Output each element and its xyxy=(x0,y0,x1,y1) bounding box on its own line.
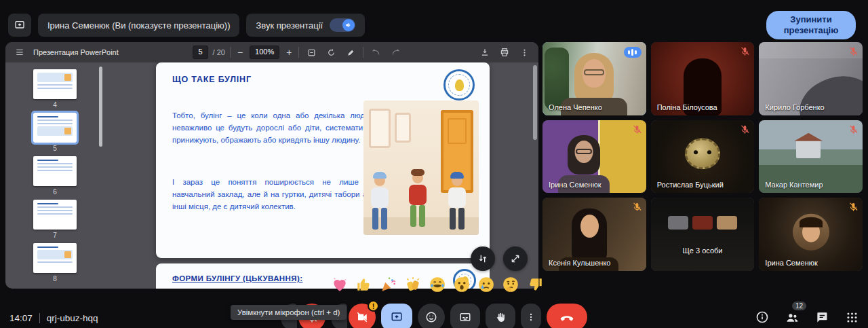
reaction-thumbs-down-icon[interactable] xyxy=(526,276,544,293)
print-icon[interactable] xyxy=(497,45,512,60)
meeting-details-icon[interactable] xyxy=(754,309,770,325)
mic-tooltip: Увімкнути мікрофон (ctrl + d) xyxy=(231,305,347,320)
participant-name: Ксенія Кульшенко xyxy=(549,259,610,267)
presentation-audio-toggle[interactable] xyxy=(330,18,355,32)
viewer-toolbar: Презентация PowerPoint 5 / 20 − 100% + xyxy=(5,42,538,62)
fullscreen-icon[interactable] xyxy=(503,247,528,271)
participant-tile[interactable]: Ростислав Буцький xyxy=(651,120,755,194)
reaction-party-popper-icon[interactable] xyxy=(380,276,397,293)
pufferfish-avatar xyxy=(685,139,720,170)
participant-name: Макар Кантемир xyxy=(765,181,823,189)
presentation-audio-chip: Звук презентації xyxy=(246,14,365,37)
participant-tile[interactable]: Кирило Горбенко xyxy=(759,42,863,115)
reaction-astonished-icon[interactable] xyxy=(453,276,471,293)
participant-name: Кирило Горбенко xyxy=(765,103,824,111)
slide-thumbnail-7[interactable]: 7 xyxy=(33,200,77,239)
overflow-count-label: Ще 3 особи xyxy=(651,247,755,255)
activities-grid-icon[interactable] xyxy=(844,309,860,325)
menu-icon[interactable] xyxy=(12,45,27,60)
mic-muted-icon xyxy=(848,124,859,134)
participant-name: Ірина Семенюк xyxy=(549,181,601,189)
presenter-chip-label: Ірина Семенюк (Ви (показуєте презентацію… xyxy=(47,20,230,31)
participant-video xyxy=(651,198,755,271)
undo-icon[interactable] xyxy=(368,45,383,60)
participant-name: Поліна Білоусова xyxy=(657,103,717,111)
download-icon[interactable] xyxy=(477,45,492,60)
annotate-button[interactable] xyxy=(343,45,358,60)
slide-illustration xyxy=(363,101,479,235)
redo-icon[interactable] xyxy=(388,45,403,60)
fit-page-button[interactable] xyxy=(304,45,319,60)
participant-tile[interactable]: Ірина Семенюк xyxy=(759,198,863,271)
chat-panel-icon[interactable] xyxy=(814,309,830,325)
participant-name: Ростислав Буцький xyxy=(657,181,724,189)
viewer-more-options-icon[interactable] xyxy=(517,45,532,60)
canvas-scrollbar[interactable] xyxy=(533,65,537,140)
more-options-button[interactable] xyxy=(521,304,541,328)
audio-level-indicator xyxy=(624,47,642,58)
reactions-bar xyxy=(331,276,544,293)
present-screen-button[interactable] xyxy=(381,304,412,328)
mini-avatars xyxy=(668,216,737,230)
next-slide-title: ФОРМИ БУЛІНГУ (ЦЬКУВАННЯ): xyxy=(172,274,302,283)
screen-share-icon xyxy=(8,14,31,37)
divider xyxy=(39,313,40,323)
locker xyxy=(369,109,391,148)
slide-thumbnail-panel: 4 5 6 7 8 xyxy=(5,62,104,289)
participant-tile[interactable]: Поліна Білоусова xyxy=(651,42,755,115)
overflow-participants-tile[interactable]: Ще 3 особи xyxy=(651,198,755,271)
scroll-mode-button[interactable] xyxy=(471,247,495,271)
meeting-code: qrj-ubuz-hqq xyxy=(47,313,98,323)
reaction-thumbs-up-icon[interactable] xyxy=(355,276,373,293)
reaction-sparkling-heart-icon[interactable] xyxy=(331,276,349,293)
raise-hand-button[interactable] xyxy=(486,304,515,328)
slide-canvas: ЩО ТАКЕ БУЛІНГ Тобто, булінг – це коли о… xyxy=(104,62,538,289)
mic-muted-icon xyxy=(740,46,750,56)
participant-tile[interactable]: Олена Чепенко xyxy=(542,42,646,115)
presentation-audio-label: Звук презентації xyxy=(256,20,323,31)
zoom-out-button[interactable]: − xyxy=(235,47,245,58)
mic-muted-icon xyxy=(632,202,642,212)
camera-warning-badge: ! xyxy=(368,300,379,312)
thumbnail-scrollbar[interactable] xyxy=(99,67,102,147)
thumbnail-number: 7 xyxy=(33,232,77,239)
page-total: / 20 xyxy=(213,48,225,56)
participant-name: Олена Чепенко xyxy=(549,103,602,111)
rotate-button[interactable] xyxy=(323,45,338,60)
participant-name: Ірина Семенюк xyxy=(765,259,817,267)
end-call-button[interactable] xyxy=(547,304,587,328)
viewer-title: Презентация PowerPoint xyxy=(33,48,119,56)
building xyxy=(796,141,821,158)
slide-title: ЩО ТАКЕ БУЛІНГ xyxy=(172,75,252,84)
reaction-clapping-hands-icon[interactable] xyxy=(404,276,422,293)
cartoon-teen xyxy=(406,172,430,227)
current-slide: ЩО ТАКЕ БУЛІНГ Тобто, булінг – це коли о… xyxy=(156,62,490,258)
participants-panel-icon[interactable]: 12 xyxy=(784,309,800,325)
participants-count-badge: 12 xyxy=(792,302,806,310)
slide-paragraph-1: Тобто, булінг – це коли одна або декільк… xyxy=(172,110,376,146)
reaction-tears-of-joy-icon[interactable] xyxy=(429,276,446,293)
slide-thumbnail-5-selected[interactable]: 5 xyxy=(33,113,77,152)
thumbnail-number: 5 xyxy=(33,145,77,152)
stop-presentation-button[interactable]: Зупинити презентацію xyxy=(766,11,856,40)
slide-thumbnail-8[interactable]: 8 xyxy=(33,243,77,283)
slide-thumbnail-4[interactable]: 4 xyxy=(33,69,77,109)
participant-tile[interactable]: Ірина Семенюк xyxy=(542,120,646,194)
cartoon-teen xyxy=(368,175,392,230)
zoom-level[interactable]: 100% xyxy=(250,45,279,58)
cartoon-teen xyxy=(445,175,469,230)
meeting-meta: 14:07 qrj-ubuz-hqq xyxy=(9,313,98,323)
meeting-panels-bar: 12 xyxy=(754,309,860,325)
slide-thumbnail-6[interactable]: 6 xyxy=(33,156,77,196)
thumbnail-number: 4 xyxy=(33,101,77,109)
captions-button[interactable] xyxy=(450,304,480,328)
participant-tile[interactable]: Макар Кантемир xyxy=(759,120,863,194)
reactions-button[interactable] xyxy=(418,304,445,328)
reaction-crying-icon[interactable] xyxy=(477,276,495,293)
zoom-in-button[interactable]: + xyxy=(284,47,294,58)
thumbnail-number: 8 xyxy=(33,275,77,283)
participant-tile[interactable]: Ксенія Кульшенко xyxy=(542,198,646,271)
reaction-thinking-icon[interactable] xyxy=(502,276,519,293)
clock-time: 14:07 xyxy=(9,313,33,323)
page-input[interactable]: 5 xyxy=(193,45,208,58)
